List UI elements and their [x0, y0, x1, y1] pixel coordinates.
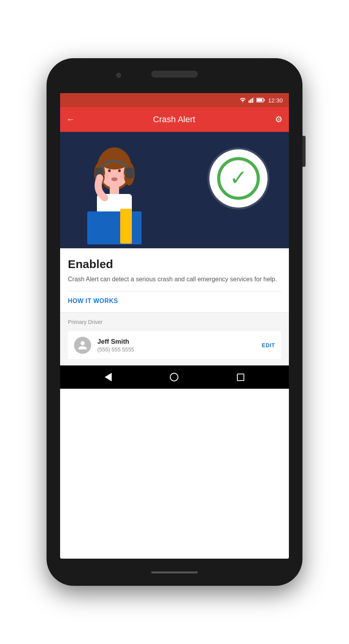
- divider: [68, 291, 281, 291]
- svg-point-17: [118, 170, 121, 172]
- svg-rect-10: [87, 211, 142, 244]
- nav-recents-button[interactable]: [237, 374, 244, 381]
- front-camera: [116, 73, 121, 78]
- driver-row: Jeff Smith (555) 555 5555 EDIT: [68, 331, 281, 359]
- person-icon: [78, 340, 88, 350]
- hero-section: ✓: [60, 132, 289, 248]
- phone-device: 12:30 ← Crash Alert ⚙: [47, 58, 302, 586]
- svg-rect-6: [257, 99, 263, 102]
- enabled-description: Crash Alert can detect a serious crash a…: [68, 275, 281, 284]
- driver-phone: (555) 555 5555: [97, 346, 256, 353]
- nav-back-button[interactable]: [105, 373, 112, 381]
- nav-home-button[interactable]: [170, 373, 178, 381]
- back-button[interactable]: ←: [66, 114, 75, 125]
- phone-top: [47, 58, 302, 93]
- edit-driver-button[interactable]: EDIT: [262, 342, 275, 348]
- svg-rect-22: [125, 168, 134, 178]
- recents-square-icon: [237, 374, 244, 381]
- phone-screen: 12:30 ← Crash Alert ⚙: [60, 93, 289, 559]
- info-section: Enabled Crash Alert can detect a serious…: [60, 248, 289, 313]
- svg-point-19: [119, 173, 125, 179]
- driver-section-label: Primary Driver: [68, 319, 281, 325]
- svg-point-24: [96, 174, 103, 181]
- battery-icon: [256, 98, 265, 102]
- svg-point-20: [111, 177, 117, 181]
- driver-avatar: [74, 337, 91, 354]
- status-icons: [239, 97, 265, 103]
- bottom-nav: [60, 365, 289, 389]
- signal-icon: [249, 97, 254, 103]
- svg-point-18: [104, 173, 109, 179]
- svg-rect-3: [253, 97, 254, 103]
- svg-rect-5: [264, 99, 265, 101]
- driver-name: Jeff Smith: [97, 338, 256, 346]
- phone-bottom: [47, 559, 302, 586]
- back-triangle-icon: [105, 373, 112, 381]
- app-bar-title: Crash Alert: [81, 114, 267, 125]
- enabled-title: Enabled: [68, 258, 281, 271]
- checkmark-icon: ✓: [230, 167, 247, 189]
- status-time: 12:30: [268, 97, 283, 104]
- how-it-works-link[interactable]: HOW IT WORKS: [68, 298, 281, 305]
- app-bar: ← Crash Alert ⚙: [60, 107, 289, 132]
- checkmark-circle: ✓: [217, 157, 260, 200]
- svg-point-16: [108, 170, 111, 172]
- side-button: [302, 136, 306, 167]
- svg-rect-2: [252, 98, 253, 103]
- earpiece: [151, 71, 198, 78]
- operator-svg: [76, 140, 153, 244]
- wifi-icon: [239, 97, 246, 103]
- status-bar: 12:30: [60, 93, 289, 107]
- svg-rect-11: [120, 209, 132, 244]
- operator-illustration: [76, 140, 161, 248]
- settings-button[interactable]: ⚙: [275, 114, 283, 125]
- driver-section: Primary Driver Jeff Smith (555) 555 5555…: [60, 313, 289, 365]
- home-circle-icon: [170, 373, 178, 381]
- speech-bubble: ✓: [209, 149, 268, 208]
- svg-rect-1: [250, 99, 251, 103]
- home-indicator: [151, 571, 198, 573]
- speech-bubble-container: ✓: [204, 144, 273, 213]
- svg-rect-0: [249, 100, 250, 103]
- driver-info: Jeff Smith (555) 555 5555: [97, 338, 256, 353]
